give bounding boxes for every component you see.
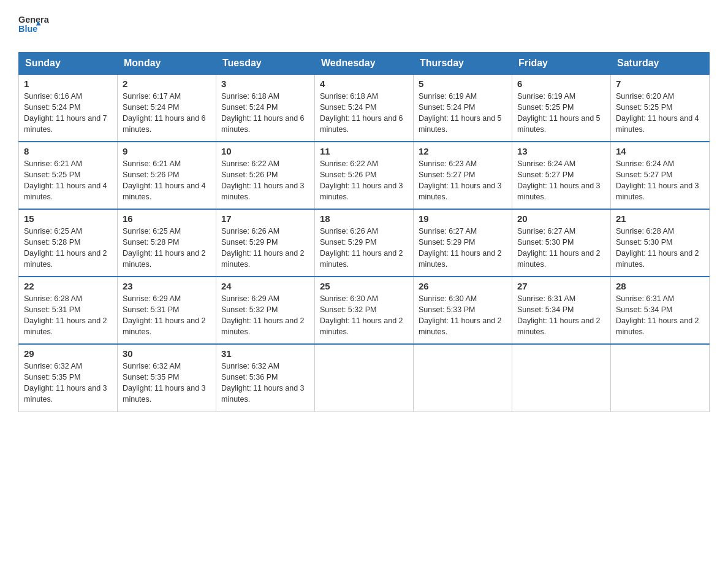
day-number: 25 (320, 281, 408, 291)
calendar-cell: 6Sunrise: 6:19 AMSunset: 5:25 PMDaylight… (512, 74, 611, 142)
day-info: Sunrise: 6:16 AMSunset: 5:24 PMDaylight:… (24, 92, 107, 134)
day-info: Sunrise: 6:32 AMSunset: 5:35 PMDaylight:… (123, 362, 206, 404)
day-info: Sunrise: 6:32 AMSunset: 5:36 PMDaylight:… (221, 362, 305, 404)
day-info: Sunrise: 6:22 AMSunset: 5:26 PMDaylight:… (320, 159, 403, 201)
calendar-cell: 18Sunrise: 6:26 AMSunset: 5:29 PMDayligh… (315, 209, 414, 277)
day-number: 11 (320, 146, 408, 156)
day-info: Sunrise: 6:20 AMSunset: 5:25 PMDaylight:… (616, 92, 699, 134)
day-number: 2 (123, 79, 211, 89)
calendar-week-row: 29Sunrise: 6:32 AMSunset: 5:35 PMDayligh… (19, 344, 710, 412)
day-info: Sunrise: 6:29 AMSunset: 5:31 PMDaylight:… (123, 294, 206, 336)
calendar-cell: 7Sunrise: 6:20 AMSunset: 5:25 PMDaylight… (611, 74, 710, 142)
day-number: 23 (123, 281, 211, 291)
calendar-cell: 15Sunrise: 6:25 AMSunset: 5:28 PMDayligh… (19, 209, 118, 277)
day-number: 17 (221, 213, 309, 224)
day-number: 18 (320, 213, 408, 224)
day-number: 6 (517, 79, 605, 89)
svg-text:Blue: Blue (18, 25, 37, 34)
day-info: Sunrise: 6:28 AMSunset: 5:30 PMDaylight:… (616, 227, 699, 269)
calendar-cell: 5Sunrise: 6:19 AMSunset: 5:24 PMDaylight… (414, 74, 512, 142)
column-header-wednesday: Wednesday (315, 53, 414, 75)
calendar-cell: 25Sunrise: 6:30 AMSunset: 5:32 PMDayligh… (315, 277, 414, 344)
calendar-table: SundayMondayTuesdayWednesdayThursdayFrid… (18, 52, 710, 412)
calendar-cell: 21Sunrise: 6:28 AMSunset: 5:30 PMDayligh… (611, 209, 710, 277)
day-number: 15 (24, 213, 112, 224)
calendar-cell (512, 344, 611, 412)
day-number: 22 (24, 281, 112, 291)
day-number: 14 (616, 146, 704, 156)
day-info: Sunrise: 6:26 AMSunset: 5:29 PMDaylight:… (320, 227, 403, 269)
calendar-cell: 30Sunrise: 6:32 AMSunset: 5:35 PMDayligh… (118, 344, 216, 412)
day-info: Sunrise: 6:27 AMSunset: 5:29 PMDaylight:… (419, 227, 502, 269)
day-info: Sunrise: 6:30 AMSunset: 5:33 PMDaylight:… (419, 294, 502, 336)
day-info: Sunrise: 6:31 AMSunset: 5:34 PMDaylight:… (517, 294, 601, 336)
calendar-cell: 3Sunrise: 6:18 AMSunset: 5:24 PMDaylight… (216, 74, 315, 142)
calendar-cell: 27Sunrise: 6:31 AMSunset: 5:34 PMDayligh… (512, 277, 611, 344)
calendar-cell: 16Sunrise: 6:25 AMSunset: 5:28 PMDayligh… (118, 209, 216, 277)
calendar-cell: 26Sunrise: 6:30 AMSunset: 5:33 PMDayligh… (414, 277, 512, 344)
calendar-cell: 22Sunrise: 6:28 AMSunset: 5:31 PMDayligh… (19, 277, 118, 344)
calendar-week-row: 8Sunrise: 6:21 AMSunset: 5:25 PMDaylight… (19, 142, 710, 209)
calendar-cell: 1Sunrise: 6:16 AMSunset: 5:24 PMDaylight… (19, 74, 118, 142)
calendar-cell: 4Sunrise: 6:18 AMSunset: 5:24 PMDaylight… (315, 74, 414, 142)
day-info: Sunrise: 6:18 AMSunset: 5:24 PMDaylight:… (221, 92, 305, 134)
calendar-cell: 14Sunrise: 6:24 AMSunset: 5:27 PMDayligh… (611, 142, 710, 209)
calendar-cell: 17Sunrise: 6:26 AMSunset: 5:29 PMDayligh… (216, 209, 315, 277)
column-header-saturday: Saturday (611, 53, 710, 75)
calendar-header-row: SundayMondayTuesdayWednesdayThursdayFrid… (19, 53, 710, 75)
day-info: Sunrise: 6:18 AMSunset: 5:24 PMDaylight:… (320, 92, 403, 134)
day-info: Sunrise: 6:24 AMSunset: 5:27 PMDaylight:… (616, 159, 699, 201)
calendar-week-row: 22Sunrise: 6:28 AMSunset: 5:31 PMDayligh… (19, 277, 710, 344)
day-info: Sunrise: 6:26 AMSunset: 5:29 PMDaylight:… (221, 227, 305, 269)
calendar-cell: 13Sunrise: 6:24 AMSunset: 5:27 PMDayligh… (512, 142, 611, 209)
day-number: 28 (616, 281, 704, 291)
page-header: General Blue (18, 12, 710, 40)
day-info: Sunrise: 6:30 AMSunset: 5:32 PMDaylight:… (320, 294, 403, 336)
logo-icon: General Blue (18, 12, 49, 40)
calendar-cell: 12Sunrise: 6:23 AMSunset: 5:27 PMDayligh… (414, 142, 512, 209)
calendar-cell: 10Sunrise: 6:22 AMSunset: 5:26 PMDayligh… (216, 142, 315, 209)
calendar-cell: 23Sunrise: 6:29 AMSunset: 5:31 PMDayligh… (118, 277, 216, 344)
day-number: 19 (419, 213, 507, 224)
day-number: 31 (221, 348, 309, 359)
day-info: Sunrise: 6:25 AMSunset: 5:28 PMDaylight:… (123, 227, 206, 269)
calendar-cell (611, 344, 710, 412)
calendar-cell: 8Sunrise: 6:21 AMSunset: 5:25 PMDaylight… (19, 142, 118, 209)
calendar-cell: 24Sunrise: 6:29 AMSunset: 5:32 PMDayligh… (216, 277, 315, 344)
day-info: Sunrise: 6:19 AMSunset: 5:25 PMDaylight:… (517, 92, 601, 134)
column-header-friday: Friday (512, 53, 611, 75)
calendar-week-row: 1Sunrise: 6:16 AMSunset: 5:24 PMDaylight… (19, 74, 710, 142)
calendar-week-row: 15Sunrise: 6:25 AMSunset: 5:28 PMDayligh… (19, 209, 710, 277)
calendar-cell: 11Sunrise: 6:22 AMSunset: 5:26 PMDayligh… (315, 142, 414, 209)
day-number: 24 (221, 281, 309, 291)
column-header-tuesday: Tuesday (216, 53, 315, 75)
calendar-cell (414, 344, 512, 412)
calendar-cell: 19Sunrise: 6:27 AMSunset: 5:29 PMDayligh… (414, 209, 512, 277)
day-number: 4 (320, 79, 408, 89)
day-number: 3 (221, 79, 309, 89)
calendar-cell: 2Sunrise: 6:17 AMSunset: 5:24 PMDaylight… (118, 74, 216, 142)
svg-text:General: General (18, 15, 49, 25)
calendar-body: 1Sunrise: 6:16 AMSunset: 5:24 PMDaylight… (19, 74, 710, 412)
day-info: Sunrise: 6:25 AMSunset: 5:28 PMDaylight:… (24, 227, 107, 269)
calendar-cell: 9Sunrise: 6:21 AMSunset: 5:26 PMDaylight… (118, 142, 216, 209)
day-number: 7 (616, 79, 704, 89)
day-number: 10 (221, 146, 309, 156)
calendar-cell: 29Sunrise: 6:32 AMSunset: 5:35 PMDayligh… (19, 344, 118, 412)
day-number: 8 (24, 146, 112, 156)
day-number: 9 (123, 146, 211, 156)
day-number: 13 (517, 146, 605, 156)
day-number: 29 (24, 348, 112, 359)
column-header-thursday: Thursday (414, 53, 512, 75)
calendar-cell: 28Sunrise: 6:31 AMSunset: 5:34 PMDayligh… (611, 277, 710, 344)
day-number: 30 (123, 348, 211, 359)
day-info: Sunrise: 6:24 AMSunset: 5:27 PMDaylight:… (517, 159, 601, 201)
day-info: Sunrise: 6:21 AMSunset: 5:25 PMDaylight:… (24, 159, 107, 201)
day-info: Sunrise: 6:19 AMSunset: 5:24 PMDaylight:… (419, 92, 502, 134)
day-info: Sunrise: 6:21 AMSunset: 5:26 PMDaylight:… (123, 159, 206, 201)
logo: General Blue (18, 12, 49, 40)
day-number: 5 (419, 79, 507, 89)
day-number: 1 (24, 79, 112, 89)
calendar-cell: 31Sunrise: 6:32 AMSunset: 5:36 PMDayligh… (216, 344, 315, 412)
day-info: Sunrise: 6:22 AMSunset: 5:26 PMDaylight:… (221, 159, 305, 201)
